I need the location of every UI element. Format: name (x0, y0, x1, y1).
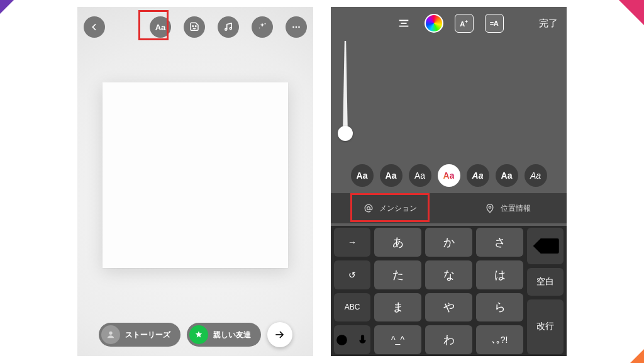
key-ha[interactable]: は (476, 260, 523, 289)
share-close-friends-label: 親しい友達 (213, 330, 251, 340)
key-return[interactable]: 改行 (527, 299, 564, 354)
phone-left-story-editor: Aa (77, 7, 313, 356)
svg-point-8 (298, 26, 300, 28)
music-icon (223, 21, 234, 33)
phone-right-text-entry: A =A 完了 Aa Aa Aa Aa Aa Aa Aa メンション 位置情報 (331, 7, 567, 356)
svg-point-4 (265, 23, 266, 25)
key-wa[interactable]: わ (425, 325, 472, 354)
slider-track (343, 41, 348, 135)
mention-label: メンション (379, 203, 417, 214)
location-chip[interactable]: 位置情報 (449, 193, 567, 223)
text-tool-button[interactable]: Aa (150, 16, 171, 38)
key-emoji[interactable]: ^_^ (374, 325, 421, 354)
font-option-6[interactable]: Aa (525, 164, 547, 187)
align-center-icon (397, 16, 411, 30)
key-globe-mic[interactable] (334, 325, 370, 354)
sticker-icon (189, 21, 200, 33)
done-button[interactable]: 完了 (539, 18, 558, 30)
avatar-icon (101, 325, 120, 344)
key-a[interactable]: あ (374, 228, 421, 257)
key-abc[interactable]: ABC (334, 293, 370, 322)
svg-point-0 (192, 26, 194, 27)
svg-point-1 (196, 26, 197, 27)
share-close-friends-button[interactable]: 親しい友達 (187, 323, 261, 347)
font-option-4[interactable]: Aa (467, 164, 489, 187)
chevron-left-icon (89, 22, 99, 32)
person-icon (106, 330, 116, 340)
key-sa[interactable]: さ (476, 228, 523, 257)
svg-point-6 (292, 26, 294, 28)
text-background-button[interactable]: =A (485, 14, 504, 33)
font-option-5[interactable]: Aa (496, 164, 518, 187)
font-option-0[interactable]: Aa (351, 164, 374, 187)
font-option-selected[interactable]: Aa (438, 164, 460, 187)
effects-button[interactable] (252, 16, 273, 38)
key-punct[interactable]: ､｡?! (476, 325, 523, 354)
music-button[interactable] (218, 16, 239, 38)
sticker-button[interactable] (184, 16, 205, 38)
keyboard: → ↺ ABC あ か さ た な は ま や (331, 226, 567, 356)
location-icon (484, 203, 496, 214)
svg-point-15 (489, 206, 491, 208)
star-icon (194, 330, 203, 339)
color-picker-button[interactable] (425, 14, 443, 33)
mention-icon (363, 203, 374, 214)
mention-chip[interactable]: メンション (331, 193, 449, 223)
key-ta[interactable]: た (374, 260, 421, 289)
left-toolbar: Aa (77, 13, 313, 41)
arrow-right-icon (274, 328, 286, 341)
key-undo[interactable]: ↺ (334, 260, 370, 289)
svg-point-9 (109, 332, 112, 335)
font-option-1[interactable]: Aa (380, 164, 402, 187)
decor-corner-tl (0, 0, 14, 14)
svg-point-2 (225, 28, 227, 30)
share-stories-label: ストーリーズ (125, 330, 170, 340)
more-icon (291, 21, 302, 33)
svg-point-7 (296, 26, 297, 28)
globe-icon (334, 332, 350, 348)
key-na[interactable]: な (425, 260, 472, 289)
font-size-slider[interactable] (340, 41, 351, 148)
key-ma[interactable]: ま (374, 293, 421, 322)
text-align-button[interactable] (394, 14, 413, 33)
sparkles-icon (257, 21, 268, 33)
story-canvas[interactable] (103, 82, 288, 268)
text-tool-label: Aa (155, 23, 166, 32)
backspace-icon (527, 228, 564, 264)
key-backspace[interactable] (527, 228, 564, 264)
font-option-2[interactable]: Aa (409, 164, 431, 187)
key-ka[interactable]: か (425, 228, 472, 257)
right-toolbar: A =A 完了 (331, 11, 567, 36)
text-size-button[interactable]: A (455, 14, 474, 33)
svg-point-5 (259, 28, 260, 29)
stage: Aa (0, 0, 644, 363)
star-badge (189, 325, 208, 344)
slider-knob[interactable] (338, 126, 353, 141)
key-space[interactable]: 空白 (527, 268, 564, 296)
share-stories-button[interactable]: ストーリーズ (99, 323, 180, 347)
font-style-row: Aa Aa Aa Aa Aa Aa Aa (331, 160, 567, 191)
key-tab[interactable]: → (334, 228, 370, 257)
decor-corner-tr (619, 0, 644, 25)
back-button[interactable] (84, 16, 105, 38)
left-bottom-bar: ストーリーズ 親しい友達 (77, 322, 313, 347)
send-button[interactable] (267, 322, 292, 347)
svg-point-3 (230, 28, 231, 30)
key-ya[interactable]: や (425, 293, 472, 322)
mic-icon (355, 332, 370, 348)
key-ra[interactable]: ら (476, 293, 523, 322)
decor-corner-br (630, 349, 644, 363)
svg-point-14 (367, 207, 370, 210)
more-button[interactable] (286, 16, 307, 38)
suggestion-bar: メンション 位置情報 (331, 193, 567, 223)
location-label: 位置情報 (501, 203, 531, 214)
